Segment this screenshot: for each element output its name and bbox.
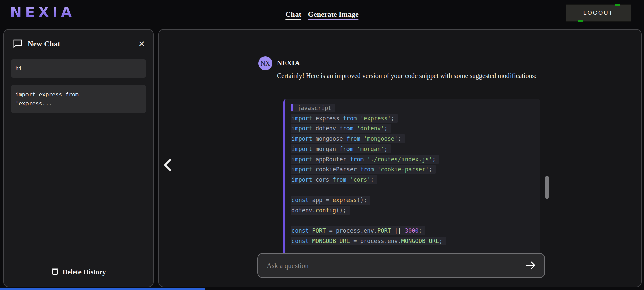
delete-history-label: Delete History xyxy=(63,268,106,276)
code-line: import express from 'express'; xyxy=(291,113,540,124)
code-line: import appRouter from './routes/index.js… xyxy=(291,154,540,165)
chevron-left-icon xyxy=(163,168,172,173)
chat-history-list: hiimport express from 'express... xyxy=(11,59,146,113)
new-chat-icon xyxy=(13,38,23,50)
logout-label: LOGOUT xyxy=(583,10,613,16)
code-line: const MONGODB_URL = process.env.MONGODB_… xyxy=(291,236,540,246)
message-body: NEXIA Certainly! Here is an improved ver… xyxy=(277,56,552,81)
avatar: NX xyxy=(258,56,272,70)
bottom-accent-bar xyxy=(0,288,205,290)
code-line xyxy=(291,185,540,195)
sidebar-header: New Chat ✕ xyxy=(4,30,153,50)
code-line: import morgan from 'morgan'; xyxy=(291,144,540,154)
close-icon[interactable]: ✕ xyxy=(138,40,145,48)
composer xyxy=(257,253,545,278)
code-line: import dotenv from 'dotenv'; xyxy=(291,123,540,134)
message-text: Certainly! Here is an improved version o… xyxy=(277,71,552,81)
code-line: import cors from 'cors'; xyxy=(291,175,540,185)
code-line: import cookieParser from 'cookie-parser'… xyxy=(291,164,540,175)
send-arrow-icon xyxy=(526,261,536,271)
code-line: const app = express(); xyxy=(291,195,540,206)
code-line: javascript xyxy=(291,103,540,113)
chat-history-item[interactable]: import express from 'express... xyxy=(11,85,146,113)
top-bar: NEXIA ChatGenerate Image LOGOUT xyxy=(0,0,644,29)
code-line xyxy=(291,216,540,226)
logout-accent-dash-bottom xyxy=(578,20,583,22)
chat-history-sidebar: New Chat ✕ hiimport express from 'expres… xyxy=(3,29,154,287)
logout-accent-dash-top xyxy=(615,4,620,6)
logout-button[interactable]: LOGOUT xyxy=(566,4,631,22)
code-block: javascriptimport express from 'express';… xyxy=(283,99,540,257)
code-line: const PORT = process.env.PORT || 3000; xyxy=(291,226,540,236)
new-chat-label[interactable]: New Chat xyxy=(28,40,60,48)
code-line: dotenv.config(); xyxy=(291,205,540,216)
collapse-sidebar-button[interactable] xyxy=(162,158,174,173)
nexia-logo[interactable]: NEXIA xyxy=(10,4,75,21)
code-line: import mongoose from 'mongoose'; xyxy=(291,134,540,144)
nav-link-chat[interactable]: Chat xyxy=(285,10,301,20)
send-button[interactable] xyxy=(526,261,544,271)
sender-name: NEXIA xyxy=(277,56,552,67)
nav-link-generate-image[interactable]: Generate Image xyxy=(308,10,359,20)
top-nav: ChatGenerate Image xyxy=(285,10,358,20)
chat-panel: NX NEXIA Certainly! Here is an improved … xyxy=(158,29,642,287)
chat-history-item[interactable]: hi xyxy=(11,59,146,78)
question-input[interactable] xyxy=(258,262,526,270)
delete-history-button[interactable]: Delete History xyxy=(13,262,144,287)
assistant-message: NX NEXIA Certainly! Here is an improved … xyxy=(258,56,552,81)
trash-icon xyxy=(51,267,59,277)
scrollbar-thumb[interactable] xyxy=(545,176,549,199)
